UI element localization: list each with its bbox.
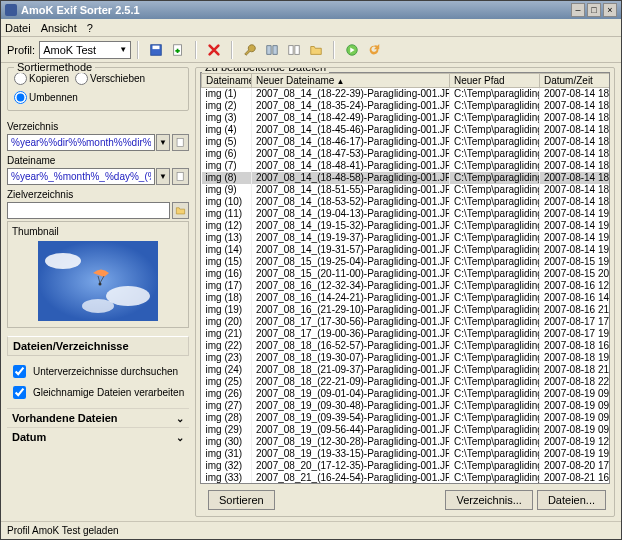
svg-point-11 <box>82 299 114 313</box>
separator <box>195 41 197 59</box>
table-row[interactable]: img (27)2007_08_19_(09-30-48)-Paraglidin… <box>202 400 611 412</box>
table-row[interactable]: img (6)2007_08_14_(18-47-53)-Paragliding… <box>202 148 611 160</box>
tool-refresh-icon[interactable] <box>366 42 382 58</box>
profile-select[interactable]: AmoK Test ▼ <box>39 41 131 59</box>
table-row[interactable]: img (32)2007_08_20_(17-12-35)-Paraglidin… <box>202 460 611 472</box>
file-table-legend: Zu bearbeitende Dateien <box>202 67 329 73</box>
table-row[interactable]: img (2)2007_08_14_(18-35-24)-Paragliding… <box>202 100 611 112</box>
chevron-down-icon: ⌄ <box>176 432 184 443</box>
menu-datei[interactable]: Datei <box>5 22 31 34</box>
radio-move[interactable]: Verschieben <box>75 72 145 85</box>
sort-button[interactable]: Sortieren <box>208 490 275 510</box>
left-panel: Sortiermethode Kopieren Verschieben Umbe… <box>1 63 195 521</box>
minimize-button[interactable]: – <box>571 3 585 17</box>
maximize-button[interactable]: □ <box>587 3 601 17</box>
dir-dropdown[interactable]: ▼ <box>156 134 170 151</box>
table-row[interactable]: img (11)2007_08_14_(19-04-13)-Paraglidin… <box>202 208 611 220</box>
file-input[interactable] <box>7 168 155 185</box>
menu-help[interactable]: ? <box>87 22 93 34</box>
table-row[interactable]: img (12)2007_08_14_(19-15-32)-Paraglidin… <box>202 220 611 232</box>
radio-copy[interactable]: Kopieren <box>14 72 69 85</box>
app-icon <box>5 4 17 16</box>
table-row[interactable]: img (33)2007_08_21_(16-24-54)-Paraglidin… <box>202 472 611 484</box>
col-dateiname[interactable]: Dateiname <box>202 74 252 88</box>
radio-rename[interactable]: Umbennen <box>14 91 78 104</box>
svg-rect-4 <box>295 45 299 54</box>
tool-run-icon[interactable] <box>344 42 360 58</box>
checkbox-subdirs[interactable]: Unterverzeichnisse durchsuchen <box>9 362 187 381</box>
thumbnail-image <box>38 241 158 321</box>
table-row[interactable]: img (15)2007_08_15_(19-25-04)-Paraglidin… <box>202 256 611 268</box>
table-row[interactable]: img (22)2007_08_18_(16-52-57)-Paraglidin… <box>202 340 611 352</box>
menubar: Datei Ansicht ? <box>1 19 621 37</box>
table-row[interactable]: img (26)2007_08_19_(09-01-04)-Paraglidin… <box>202 388 611 400</box>
svg-point-9 <box>45 253 81 269</box>
col-neuer-pfad[interactable]: Neuer Pfad <box>450 74 540 88</box>
table-row[interactable]: img (10)2007_08_14_(18-53-52)-Paraglidin… <box>202 196 611 208</box>
svg-rect-1 <box>153 45 160 49</box>
svg-rect-7 <box>177 172 183 180</box>
new-profile-icon[interactable] <box>170 42 186 58</box>
dropdown-arrow-icon: ▼ <box>119 45 127 54</box>
file-table: Dateiname Neuer Dateiname▲ Neuer Pfad Da… <box>201 73 610 484</box>
table-row[interactable]: img (16)2007_08_15_(20-11-00)-Paraglidin… <box>202 268 611 280</box>
window-title: AmoK Exif Sorter 2.5.1 <box>21 4 569 16</box>
table-row[interactable]: img (9)2007_08_14_(18-51-55)-Paragliding… <box>202 184 611 196</box>
table-row[interactable]: img (7)2007_08_14_(18-48-41)-Paragliding… <box>202 160 611 172</box>
file-label: Dateiname <box>7 155 189 166</box>
table-row[interactable]: img (18)2007_08_16_(14-24-21)-Paraglidin… <box>202 292 611 304</box>
app-window: AmoK Exif Sorter 2.5.1 – □ × Datei Ansic… <box>0 0 622 540</box>
separator <box>333 41 335 59</box>
table-row[interactable]: img (13)2007_08_14_(19-19-37)-Paraglidin… <box>202 232 611 244</box>
table-row[interactable]: img (3)2007_08_14_(18-42-49)-Paragliding… <box>202 112 611 124</box>
tool-wrench-icon[interactable] <box>242 42 258 58</box>
file-dropdown[interactable]: ▼ <box>156 168 170 185</box>
menu-ansicht[interactable]: Ansicht <box>41 22 77 34</box>
statusbar: Profil AmoK Test geladen <box>1 521 621 539</box>
delete-icon[interactable] <box>206 42 222 58</box>
date-expander[interactable]: Datum⌄ <box>7 427 189 446</box>
table-row[interactable]: img (29)2007_08_19_(09-56-44)-Paraglidin… <box>202 424 611 436</box>
file-edit-icon[interactable] <box>172 168 189 185</box>
files-button[interactable]: Dateien... <box>537 490 606 510</box>
target-browse-icon[interactable] <box>172 202 189 219</box>
table-row[interactable]: img (19)2007_08_16_(21-29-10)-Paraglidin… <box>202 304 611 316</box>
table-row[interactable]: img (4)2007_08_14_(18-45-46)-Paragliding… <box>202 124 611 136</box>
directory-button[interactable]: Verzeichnis... <box>445 490 532 510</box>
target-input[interactable] <box>7 202 170 219</box>
close-button[interactable]: × <box>603 3 617 17</box>
table-row[interactable]: img (17)2007_08_16_(12-32-34)-Paraglidin… <box>202 280 611 292</box>
table-row[interactable]: img (8)2007_08_14_(18-48-58)-Paragliding… <box>202 172 611 184</box>
dir-edit-icon[interactable] <box>172 134 189 151</box>
save-profile-icon[interactable] <box>148 42 164 58</box>
sort-method-legend: Sortiermethode <box>14 63 95 73</box>
table-row[interactable]: img (1)2007_08_14_(18-22-39)-Paragliding… <box>202 88 611 101</box>
dir-input[interactable] <box>7 134 155 151</box>
table-row[interactable]: img (21)2007_08_17_(19-00-36)-Paraglidin… <box>202 328 611 340</box>
status-text: Profil AmoK Test geladen <box>7 525 119 536</box>
options-panel-header[interactable]: Dateien/Verzeichnisse <box>7 336 189 356</box>
existing-files-expander[interactable]: Vorhandene Dateien⌄ <box>7 408 189 427</box>
tool-folder-icon[interactable] <box>308 42 324 58</box>
table-row[interactable]: img (31)2007_08_19_(19-33-15)-Paraglidin… <box>202 448 611 460</box>
checkbox-samename[interactable]: Gleichnamige Dateien verarbeiten <box>9 383 187 402</box>
col-datum-zeit[interactable]: Datum/Zeit <box>540 74 611 88</box>
table-row[interactable]: img (25)2007_08_18_(22-21-09)-Paraglidin… <box>202 376 611 388</box>
separator <box>137 41 139 59</box>
options-panel-body: Unterverzeichnisse durchsuchen Gleichnam… <box>7 356 189 408</box>
svg-point-14 <box>99 283 102 286</box>
table-row[interactable]: img (24)2007_08_18_(21-09-37)-Paraglidin… <box>202 364 611 376</box>
toolbar: Profil: AmoK Test ▼ <box>1 37 621 63</box>
table-row[interactable]: img (28)2007_08_19_(09-39-54)-Paraglidin… <box>202 412 611 424</box>
tool-pages-icon[interactable] <box>286 42 302 58</box>
table-row[interactable]: img (14)2007_08_14_(19-31-57)-Paraglidin… <box>202 244 611 256</box>
file-table-scroll[interactable]: Dateiname Neuer Dateiname▲ Neuer Pfad Da… <box>200 72 610 484</box>
table-row[interactable]: img (5)2007_08_14_(18-46-17)-Paragliding… <box>202 136 611 148</box>
table-row[interactable]: img (20)2007_08_17_(17-30-56)-Paraglidin… <box>202 316 611 328</box>
right-panel: Zu bearbeitende Dateien Dateiname Neuer … <box>195 63 621 521</box>
table-row[interactable]: img (30)2007_08_19_(12-30-28)-Paraglidin… <box>202 436 611 448</box>
table-row[interactable]: img (23)2007_08_18_(19-30-07)-Paraglidin… <box>202 352 611 364</box>
col-neuer-dateiname[interactable]: Neuer Dateiname▲ <box>252 74 450 88</box>
tool-book-icon[interactable] <box>264 42 280 58</box>
profile-label: Profil: <box>7 44 35 56</box>
